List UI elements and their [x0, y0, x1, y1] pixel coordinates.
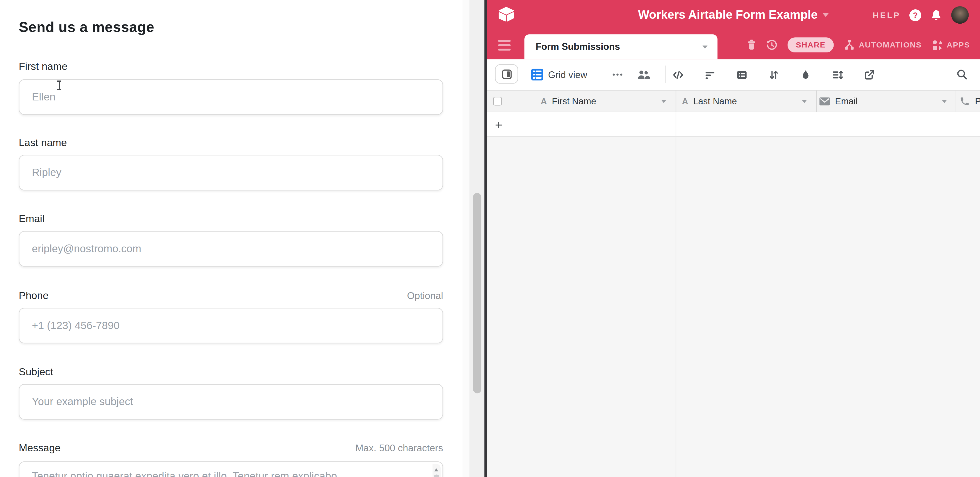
message-label: Message [19, 442, 60, 454]
last-name-input[interactable] [19, 155, 443, 190]
filter-icon[interactable] [705, 69, 716, 80]
chevron-down-icon[interactable] [661, 100, 666, 103]
phone-optional-note: Optional [407, 290, 443, 301]
notifications-bell-icon[interactable] [930, 9, 942, 21]
table-header-row: A First Name A Last Name Email [487, 90, 980, 113]
sidebar-toggle-icon [502, 69, 512, 79]
view-sidebar-toggle-button[interactable] [495, 64, 518, 84]
message-scrollbar-thumb[interactable] [434, 474, 439, 477]
column-divider [676, 113, 676, 136]
view-name[interactable]: Grid view [548, 59, 587, 90]
toolbar-actions: SHARE AUTOMATIONS [747, 30, 970, 59]
airtable-topbar: Workers Airtable Form Example HELP ? [487, 0, 980, 30]
scrollbar-thumb[interactable] [473, 193, 481, 393]
grid-view-icon [531, 69, 543, 81]
message-placeholder: Tenetur optio quaerat expedita vero et i… [32, 470, 340, 477]
column-header-phone[interactable]: Phone [975, 90, 980, 112]
column-header-last-name[interactable]: Last Name [693, 90, 737, 112]
share-view-icon[interactable] [864, 69, 875, 80]
column-divider[interactable] [816, 90, 817, 112]
last-name-label: Last name [19, 137, 67, 149]
chevron-down-icon[interactable] [942, 100, 947, 103]
trash-icon[interactable] [747, 40, 756, 50]
viewbar-divider [665, 66, 665, 83]
add-row-plus-icon[interactable]: + [495, 113, 503, 137]
view-bar: Grid view [487, 59, 980, 90]
chevron-down-icon [822, 13, 829, 17]
help-question-icon[interactable]: ? [909, 9, 921, 21]
message-scrollbar[interactable] [433, 464, 441, 477]
contact-form-panel: Send us a message First name Last name E… [0, 0, 463, 477]
table-tab-form-submissions[interactable]: Form Submissions [524, 34, 718, 59]
share-button[interactable]: SHARE [788, 37, 834, 52]
column-divider[interactable] [956, 90, 956, 112]
column-divider [676, 137, 676, 477]
subject-input[interactable] [19, 384, 443, 420]
apps-button[interactable]: APPS [932, 39, 970, 50]
group-icon[interactable] [736, 69, 747, 80]
topbar-actions: HELP ? [873, 0, 969, 30]
subject-label: Subject [19, 366, 53, 378]
sidebar-menu-icon[interactable] [498, 40, 511, 51]
user-avatar[interactable] [951, 6, 969, 24]
screen: Send us a message First name Last name E… [0, 0, 980, 477]
chevron-down-icon[interactable] [702, 46, 707, 49]
first-name-label: First name [19, 60, 67, 73]
email-field-type-icon [819, 90, 830, 112]
help-button[interactable]: HELP [873, 10, 901, 20]
history-icon[interactable] [767, 39, 778, 50]
message-maxchars-note: Max. 500 characters [355, 443, 443, 454]
collaborators-icon[interactable] [637, 69, 650, 80]
sort-icon[interactable] [768, 69, 779, 80]
message-textarea[interactable]: Tenetur optio quaerat expedita vero et i… [19, 461, 443, 477]
scroll-up-arrow-icon[interactable] [434, 468, 438, 471]
phone-input[interactable] [19, 308, 443, 343]
text-field-type-icon: A [682, 90, 688, 112]
search-icon[interactable] [956, 69, 967, 80]
email-input[interactable] [19, 231, 443, 266]
window-divider [484, 0, 487, 477]
add-row-row[interactable]: + [487, 113, 980, 137]
airtable-panel: Workers Airtable Form Example HELP ? For… [487, 0, 980, 477]
column-header-first-name[interactable]: First Name [552, 90, 596, 112]
email-label: Email [19, 213, 45, 225]
base-title[interactable]: Workers Airtable Form Example [556, 0, 912, 30]
row-height-icon[interactable] [832, 69, 843, 80]
color-icon[interactable] [800, 69, 811, 80]
column-header-email[interactable]: Email [835, 90, 858, 112]
phone-field-type-icon [959, 90, 970, 112]
column-divider[interactable] [676, 90, 676, 112]
view-more-ellipsis-icon[interactable] [611, 69, 624, 81]
select-all-checkbox[interactable] [493, 97, 502, 106]
airtable-toolbar: Form Submissions [487, 30, 980, 59]
chevron-down-icon[interactable] [802, 100, 807, 103]
airtable-logo-icon[interactable] [498, 6, 515, 23]
view-tools [673, 59, 875, 90]
automations-button[interactable]: AUTOMATIONS [844, 39, 921, 50]
page-scrollbar[interactable] [463, 0, 484, 477]
form-title: Send us a message [19, 19, 154, 36]
phone-label: Phone [19, 290, 49, 301]
grid-empty-area [487, 137, 980, 477]
text-cursor-ibeam [56, 81, 62, 90]
first-name-input[interactable] [19, 79, 443, 115]
hide-fields-icon[interactable] [673, 69, 684, 80]
text-field-type-icon: A [541, 90, 547, 112]
